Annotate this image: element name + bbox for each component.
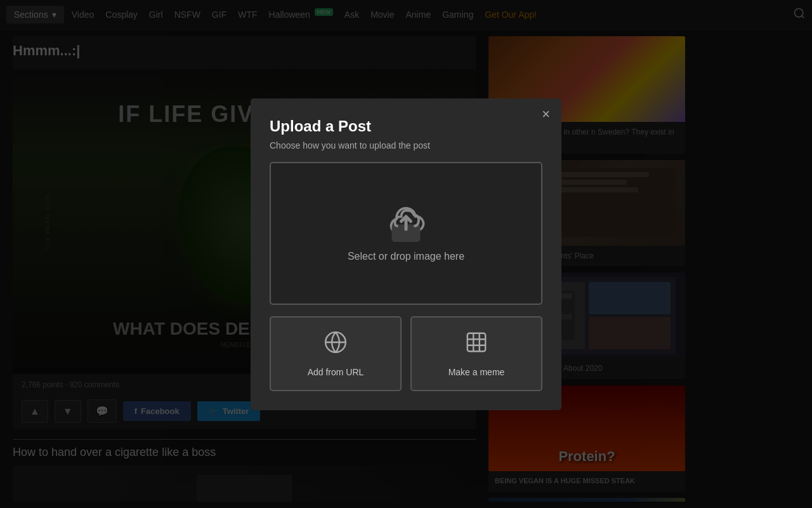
svg-rect-4 [468,333,486,351]
modal-overlay[interactable]: × Upload a Post Choose how you want to u… [0,0,812,508]
globe-icon [324,330,348,359]
upload-dropzone[interactable]: Select or drop image here [270,162,542,305]
add-url-label: Add from URL [308,367,364,377]
meme-icon [464,330,488,359]
make-meme-button[interactable]: Make a meme [410,316,542,391]
add-url-button[interactable]: Add from URL [270,316,402,391]
modal-title: Upload a Post [270,117,542,135]
upload-modal: × Upload a Post Choose how you want to u… [251,98,561,410]
dropzone-text: Select or drop image here [348,251,464,262]
upload-cloud-icon [387,204,425,242]
upload-options: Add from URL Make a meme [270,316,542,391]
modal-close-button[interactable]: × [542,107,550,121]
modal-subtitle: Choose how you want to upload the post [270,140,542,150]
make-meme-label: Make a meme [449,367,505,377]
